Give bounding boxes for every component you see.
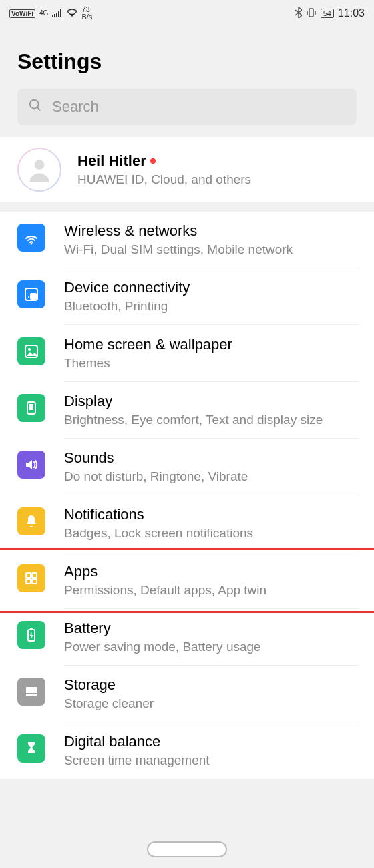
wifi-icon <box>17 224 45 252</box>
connect-icon <box>17 280 45 308</box>
item-sub: Power saving mode, Battery usage <box>64 640 359 654</box>
item-sub: Permissions, Default apps, App twin <box>64 583 359 598</box>
page-title: Settings <box>0 27 374 89</box>
signal-type: 4G <box>39 10 48 17</box>
settings-item-bell[interactable]: Notifications Badges, Lock screen notifi… <box>0 495 374 552</box>
image-icon <box>17 337 45 365</box>
search-box[interactable] <box>17 89 357 125</box>
settings-item-sound[interactable]: Sounds Do not disturb, Ringtone, Vibrate <box>0 439 374 495</box>
bell-icon <box>17 507 45 535</box>
settings-item-hourglass[interactable]: Digital balance Screen time management <box>0 722 374 779</box>
settings-item-storage[interactable]: Storage Storage cleaner <box>0 666 374 722</box>
item-sub: Bluetooth, Printing <box>64 299 359 314</box>
sound-icon <box>17 451 45 479</box>
hourglass-icon <box>17 734 45 763</box>
bluetooth-icon <box>295 7 302 20</box>
item-title: Wireless & networks <box>64 222 359 240</box>
item-title: Sounds <box>64 449 359 467</box>
notification-dot-icon <box>150 158 156 164</box>
item-sub: Wi-Fi, Dual SIM settings, Mobile network <box>64 242 359 257</box>
svg-point-0 <box>71 14 73 16</box>
signal-bars-icon <box>52 8 63 19</box>
item-title: Display <box>64 393 359 410</box>
search-input[interactable] <box>52 98 346 116</box>
battery-icon <box>17 621 45 649</box>
item-title: Notifications <box>64 506 359 523</box>
svg-point-2 <box>30 100 39 109</box>
display-icon <box>17 394 45 422</box>
vowifi-badge: VoWiFi <box>9 9 35 18</box>
settings-item-display[interactable]: Display Brightness, Eye comfort, Text an… <box>0 382 374 439</box>
settings-item-connect[interactable]: Device connectivity Bluetooth, Printing <box>0 268 374 325</box>
item-title: Digital balance <box>64 733 359 750</box>
wifi-status-icon <box>67 8 77 19</box>
nav-pill[interactable] <box>147 841 227 857</box>
status-bar: VoWiFi 4G 73B/s 54 11:03 <box>0 0 374 27</box>
settings-item-apps[interactable]: Apps Permissions, Default apps, App twin <box>0 552 374 609</box>
account-sub: HUAWEI ID, Cloud, and others <box>77 172 251 187</box>
search-icon <box>28 98 43 116</box>
item-sub: Themes <box>64 356 359 371</box>
vibrate-icon <box>306 7 317 20</box>
item-sub: Screen time management <box>64 753 359 768</box>
battery-level: 54 <box>321 9 334 18</box>
storage-icon <box>17 678 45 706</box>
item-sub: Brightness, Eye comfort, Text and displa… <box>64 413 359 427</box>
status-right: 54 11:03 <box>295 7 365 20</box>
apps-icon <box>17 564 45 592</box>
item-title: Device connectivity <box>64 279 359 296</box>
item-title: Apps <box>64 563 359 580</box>
settings-item-wifi[interactable]: Wireless & networks Wi-Fi, Dual SIM sett… <box>0 212 374 268</box>
item-sub: Badges, Lock screen notifications <box>64 526 359 541</box>
status-left: VoWiFi 4G 73B/s <box>9 6 92 21</box>
svg-rect-1 <box>309 9 313 17</box>
clock: 11:03 <box>338 7 365 19</box>
settings-list: Wireless & networks Wi-Fi, Dual SIM sett… <box>0 212 374 779</box>
data-rate: 73B/s <box>81 6 92 21</box>
settings-item-battery[interactable]: Battery Power saving mode, Battery usage <box>0 609 374 666</box>
item-sub: Storage cleaner <box>64 696 359 711</box>
avatar <box>17 148 61 192</box>
account-name: Heil Hitler <box>77 152 251 170</box>
account-row[interactable]: Heil Hitler HUAWEI ID, Cloud, and others <box>0 137 374 202</box>
settings-item-image[interactable]: Home screen & wallpaper Themes <box>0 325 374 382</box>
item-title: Battery <box>64 620 359 637</box>
item-title: Storage <box>64 676 359 694</box>
svg-point-3 <box>35 160 45 170</box>
item-sub: Do not disturb, Ringtone, Vibrate <box>64 469 359 484</box>
item-title: Home screen & wallpaper <box>64 336 359 353</box>
